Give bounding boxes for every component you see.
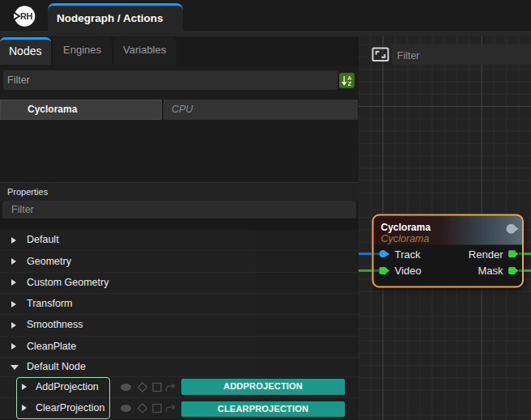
- svg-text:Track: Track: [395, 248, 422, 261]
- svg-text:Cyclorama: Cyclorama: [381, 222, 431, 233]
- svg-text:Render: Render: [469, 248, 503, 261]
- svg-text:RH: RH: [20, 11, 33, 21]
- svg-text:Cyclorama: Cyclorama: [381, 233, 430, 244]
- svg-text:Video: Video: [395, 265, 422, 277]
- svg-text:Filter: Filter: [397, 50, 420, 62]
- svg-text:Mask: Mask: [478, 265, 503, 277]
- svg-text:Z: Z: [348, 80, 352, 87]
